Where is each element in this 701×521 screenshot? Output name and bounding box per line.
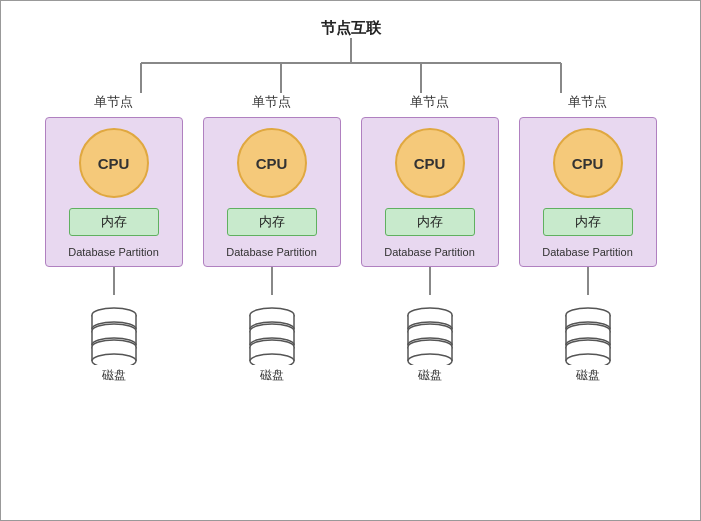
cpu-circle-2: CPU (237, 128, 307, 198)
cpu-circle-1: CPU (79, 128, 149, 198)
node-box-4: CPU 内存 Database Partition (519, 117, 657, 267)
disk-label-2: 磁盘 (260, 367, 284, 384)
nodes-row: 单节点 CPU 内存 Database Partition (1, 93, 700, 384)
vert-line-1 (113, 267, 115, 295)
disk-label-3: 磁盘 (418, 367, 442, 384)
svg-point-65 (566, 354, 610, 365)
disk-stack-2: 磁盘 (237, 295, 307, 384)
disk-svg-4 (553, 295, 623, 365)
disk-svg-1 (79, 295, 149, 365)
node-col-1: 单节点 CPU 内存 Database Partition (40, 93, 188, 384)
node-label-1: 单节点 (94, 93, 133, 111)
node-col-3: 单节点 CPU 内存 Database Partition (356, 93, 504, 384)
vert-line-2 (271, 267, 273, 295)
node-label-4: 单节点 (568, 93, 607, 111)
mem-box-3: 内存 (385, 208, 475, 236)
partition-label-2: Database Partition (226, 246, 317, 258)
cpu-circle-3: CPU (395, 128, 465, 198)
node-label-2: 单节点 (252, 93, 291, 111)
partition-label-3: Database Partition (384, 246, 475, 258)
diagram-title: 节点互联 (1, 1, 700, 38)
disk-svg-3 (395, 295, 465, 365)
disk-stack-1: 磁盘 (79, 295, 149, 384)
svg-point-20 (92, 354, 136, 365)
tree-connector-svg (71, 38, 631, 93)
diagram-container: 节点互联 单节点 CPU 内存 Database Partition (0, 0, 701, 521)
vert-line-4 (587, 267, 589, 295)
disk-stack-4: 磁盘 (553, 295, 623, 384)
title-text: 节点互联 (321, 19, 381, 36)
svg-point-35 (250, 354, 294, 365)
svg-point-50 (408, 354, 452, 365)
disk-label-4: 磁盘 (576, 367, 600, 384)
node-box-3: CPU 内存 Database Partition (361, 117, 499, 267)
vert-line-3 (429, 267, 431, 295)
node-col-4: 单节点 CPU 内存 Database Partition (514, 93, 662, 384)
disk-svg-2 (237, 295, 307, 365)
disk-label-1: 磁盘 (102, 367, 126, 384)
mem-box-4: 内存 (543, 208, 633, 236)
node-label-3: 单节点 (410, 93, 449, 111)
partition-label-1: Database Partition (68, 246, 159, 258)
mem-box-1: 内存 (69, 208, 159, 236)
partition-label-4: Database Partition (542, 246, 633, 258)
mem-box-2: 内存 (227, 208, 317, 236)
node-col-2: 单节点 CPU 内存 Database Partition (198, 93, 346, 384)
cpu-circle-4: CPU (553, 128, 623, 198)
disk-stack-3: 磁盘 (395, 295, 465, 384)
node-box-1: CPU 内存 Database Partition (45, 117, 183, 267)
node-box-2: CPU 内存 Database Partition (203, 117, 341, 267)
